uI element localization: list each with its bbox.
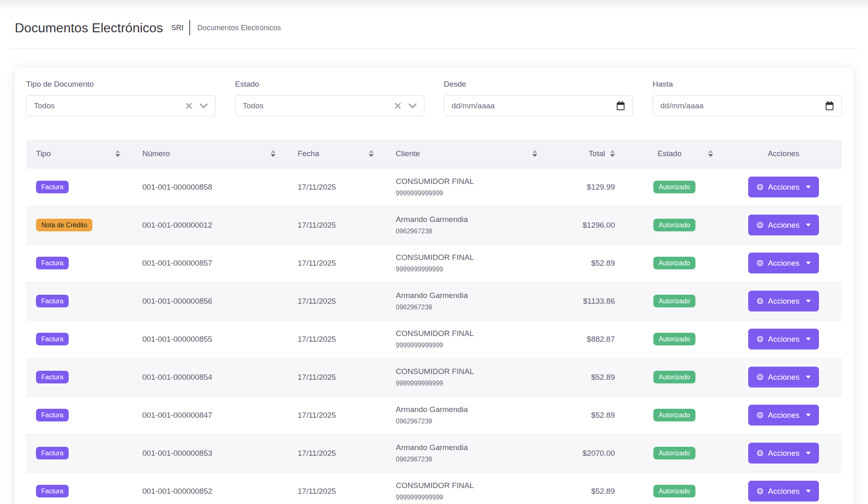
caret-down-icon [806, 414, 811, 417]
chevron-down-icon[interactable] [200, 103, 208, 109]
tipo-badge: Factura [36, 181, 69, 193]
numero-cell: 001-001-000000853 [132, 434, 288, 472]
gear-icon: ⚙ [756, 411, 764, 419]
cliente-nombre: CONSUMIDOR FINAL [396, 253, 550, 262]
clear-icon[interactable] [395, 103, 401, 109]
acciones-button[interactable]: ⚙ Acciones [748, 177, 819, 197]
tipo-documento-select[interactable]: Todos [26, 95, 215, 116]
table-header-row: Tipo Número Fecha Cliente [26, 139, 842, 168]
caret-down-icon [806, 338, 811, 340]
fecha-cell: 17/11/2025 [288, 206, 386, 244]
sort-icon [369, 150, 374, 157]
numero-cell: 001-001-000000012 [132, 206, 288, 244]
clear-icon[interactable] [186, 103, 192, 109]
estado-badge: Autorizado [653, 295, 695, 307]
total-cell: $1133.86 [550, 282, 648, 320]
estado-badge: Autorizado [653, 219, 695, 231]
column-header-total[interactable]: Total [550, 139, 648, 168]
acciones-button-label: Acciones [768, 183, 799, 192]
total-cell: $52.89 [550, 358, 648, 396]
filter-estado: Estado Todos [235, 79, 424, 116]
desde-date-input[interactable]: dd/mm/aaaa [444, 95, 633, 116]
estado-badge: Autorizado [653, 409, 695, 421]
acciones-button-label: Acciones [768, 221, 799, 230]
cliente-identificacion: 9999999999999 [396, 190, 550, 197]
sort-icon [532, 150, 537, 157]
cliente-nombre: CONSUMIDOR FINAL [396, 329, 550, 338]
acciones-button[interactable]: ⚙ Acciones [748, 291, 819, 311]
gear-icon: ⚙ [756, 259, 764, 267]
estado-badge: Autorizado [653, 333, 695, 345]
fecha-cell: 17/11/2025 [288, 168, 386, 206]
cliente-identificacion: 0962967238 [396, 456, 550, 463]
acciones-button[interactable]: ⚙ Acciones [748, 253, 819, 273]
tipo-badge: Nota de Crédito [36, 219, 92, 231]
estado-badge: Autorizado [653, 257, 695, 269]
header-divider [10, 48, 858, 49]
numero-cell: 001-001-000000858 [132, 168, 288, 206]
gear-icon: ⚙ [756, 335, 764, 343]
estado-badge: Autorizado [653, 447, 695, 459]
calendar-icon[interactable] [616, 101, 625, 111]
table-row: Factura 001-001-000000852 17/11/2025 CON… [26, 472, 842, 504]
cliente-nombre: CONSUMIDOR FINAL [396, 367, 550, 376]
breadcrumb-section: SRI [171, 24, 184, 32]
chevron-down-icon[interactable] [408, 103, 417, 109]
acciones-button[interactable]: ⚙ Acciones [748, 443, 819, 464]
gear-icon: ⚙ [756, 297, 764, 305]
cliente-identificacion: 9999999999999 [396, 380, 550, 387]
fecha-cell: 17/11/2025 [288, 434, 386, 472]
tipo-badge: Factura [36, 333, 69, 345]
table-row: Factura 001-001-000000855 17/11/2025 CON… [26, 320, 842, 358]
gear-icon: ⚙ [756, 373, 764, 381]
fecha-cell: 17/11/2025 [288, 320, 386, 358]
hasta-placeholder: dd/mm/aaaa [660, 101, 825, 110]
acciones-button[interactable]: ⚙ Acciones [748, 405, 819, 426]
fecha-cell: 17/11/2025 [288, 396, 386, 434]
top-gradient-bar [0, 0, 868, 10]
calendar-icon[interactable] [825, 101, 834, 111]
caret-down-icon [806, 300, 811, 302]
column-header-fecha[interactable]: Fecha [288, 139, 386, 168]
sort-icon [271, 150, 276, 157]
acciones-button[interactable]: ⚙ Acciones [748, 215, 819, 235]
table-row: Factura 001-001-000000856 17/11/2025 Arm… [26, 282, 842, 320]
table-row: Factura 001-001-000000854 17/11/2025 CON… [26, 358, 842, 396]
column-header-tipo[interactable]: Tipo [26, 139, 132, 168]
fecha-cell: 17/11/2025 [288, 472, 386, 504]
numero-cell: 001-001-000000852 [132, 472, 288, 504]
cliente-identificacion: 0962967238 [396, 228, 550, 235]
sort-icon [708, 150, 713, 157]
acciones-button-label: Acciones [768, 373, 799, 382]
filter-tipo-documento: Tipo de Documento Todos [26, 79, 215, 116]
numero-cell: 001-001-000000847 [132, 396, 288, 434]
page-title: Documentos Electrónicos [15, 20, 163, 36]
caret-down-icon [806, 452, 811, 455]
acciones-button-label: Acciones [768, 335, 799, 344]
acciones-button[interactable]: ⚙ Acciones [748, 367, 819, 388]
acciones-button-label: Acciones [768, 487, 799, 496]
tipo-badge: Factura [36, 257, 69, 269]
acciones-button[interactable]: ⚙ Acciones [748, 329, 819, 349]
column-header-numero[interactable]: Número [132, 139, 288, 168]
sort-icon [115, 150, 120, 157]
tipo-badge: Factura [36, 447, 69, 459]
column-header-estado[interactable]: Estado [648, 139, 725, 168]
total-cell: $52.89 [550, 396, 648, 434]
total-cell: $52.89 [550, 472, 648, 504]
estado-select[interactable]: Todos [235, 95, 424, 116]
cliente-identificacion: 9999999999999 [396, 494, 550, 501]
column-header-cliente[interactable]: Cliente [386, 139, 550, 168]
gear-icon: ⚙ [756, 183, 764, 191]
estado-label: Estado [235, 79, 424, 90]
hasta-date-input[interactable]: dd/mm/aaaa [653, 95, 842, 116]
fecha-cell: 17/11/2025 [288, 358, 386, 396]
gear-icon: ⚙ [756, 449, 764, 457]
tipo-badge: Factura [36, 409, 69, 421]
cliente-identificacion: 0962967238 [396, 304, 550, 311]
acciones-button[interactable]: ⚙ Acciones [748, 481, 819, 502]
desde-placeholder: dd/mm/aaaa [452, 101, 617, 110]
gear-icon: ⚙ [756, 221, 764, 229]
numero-cell: 001-001-000000854 [132, 358, 288, 396]
numero-cell: 001-001-000000855 [132, 320, 288, 358]
